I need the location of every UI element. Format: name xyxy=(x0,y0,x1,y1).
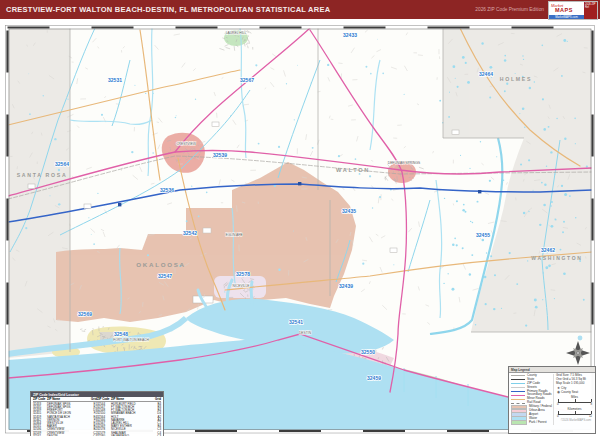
zip-label-32539: 32539 xyxy=(213,152,227,158)
map-poster-page: CRESTVIEW-FORT WALTON BEACH-DESTIN, FL M… xyxy=(0,0,600,436)
holmes-county-region xyxy=(443,28,592,138)
town-label-eglin-afb: EGLIN AFB xyxy=(225,233,243,237)
marketmaps-logo: Market MAPS MarketMAPS.com 2026 ZIP Ref xyxy=(548,1,598,20)
county-label-okaloosa: OKALOOSA xyxy=(136,261,185,268)
town-label-niceville: NICEVILLE xyxy=(233,284,251,288)
minor-line-sample xyxy=(511,399,525,400)
copyright-text: ©2026 MarketMAPS.com xyxy=(556,419,593,422)
zip-label-32547: 32547 xyxy=(158,273,172,279)
zip-index-column-1: ZIP CodeZIP NameGrid32433DEFUNIAK SPGSE1… xyxy=(33,398,97,436)
logo-badge: 2026 ZIP Ref xyxy=(584,2,597,19)
zip-label-32578: 32578 xyxy=(236,271,250,277)
zip-label-32548: 32548 xyxy=(114,331,128,337)
zip-label-32462: 32462 xyxy=(541,247,555,253)
miles-scalebar: Miles08 xyxy=(556,396,593,406)
zip-label-32455: 32455 xyxy=(476,232,490,238)
edition-label: 2026 ZIP Code Premium Edition xyxy=(475,7,544,12)
county-line-sample xyxy=(511,375,525,376)
zip-label-32550: 32550 xyxy=(361,349,375,355)
legend-info-column: Grid Size: 7.5 MilesOne Grid = 56.3 Sq M… xyxy=(553,374,593,425)
duke-field-runway xyxy=(203,228,211,233)
header-bar: CRESTVIEW-FORT WALTON BEACH-DESTIN, FL M… xyxy=(0,0,600,19)
town-label-destin: DESTIN xyxy=(299,331,312,335)
zip-label-32536: 32536 xyxy=(160,187,174,193)
town-label-fort-walton-beach: FORT WALTON BEACH xyxy=(113,338,149,342)
legend-symbol-list: CountyStateZIP CodeStreetsPrimary RoadsS… xyxy=(511,374,553,425)
legend-poi-item: ◉County Seat xyxy=(556,390,593,394)
zip-label-32433: 32433 xyxy=(343,32,357,38)
zip-label-32541: 32541 xyxy=(289,319,303,325)
county-label-santa-rosa: SANTA ROSA xyxy=(17,172,68,178)
zip-label-32564: 32564 xyxy=(55,161,69,167)
logo-url: MarketMAPS.com xyxy=(549,15,584,20)
kilometers-scalebar: Kilometers012 xyxy=(556,408,593,418)
zip-label-32542: 32542 xyxy=(183,230,197,236)
secondary-line-sample xyxy=(511,395,525,396)
color-swatch xyxy=(511,420,527,425)
zip-label-32569: 32569 xyxy=(78,311,92,317)
legend-panel: Map Legend CountyStateZIP CodeStreetsPri… xyxy=(508,366,596,434)
town-label-crestview: CRESTVIEW xyxy=(176,142,196,146)
zip-label-32439: 32439 xyxy=(339,283,353,289)
town-label-laurel-hill: LAUREL HILL xyxy=(226,31,247,35)
county-label-washington: WASHINGTON xyxy=(531,255,582,261)
zip-label-32464: 32464 xyxy=(479,71,493,77)
zip-line-sample xyxy=(511,383,525,384)
pond xyxy=(578,336,583,341)
zip-label-32567: 32567 xyxy=(240,77,254,83)
rail-line-sample xyxy=(511,403,525,404)
zip-label-32531: 32531 xyxy=(108,77,122,83)
zip-label-32459: 32459 xyxy=(367,375,381,381)
street-line-sample xyxy=(511,387,525,388)
county-label-holmes: HOLMES xyxy=(500,76,532,82)
state-line-sample xyxy=(511,379,525,380)
town-label-defuniak-springs: DEFUNIAK SPRINGS xyxy=(388,161,421,165)
zip-index-panel: ZIP Code Index/Grid Locator ZIP CodeZIP … xyxy=(30,391,164,436)
zip-index-column-2: ZIP CodeZIP NameGrid32544HURLBURT FIELDB… xyxy=(97,398,161,436)
primary-line-sample xyxy=(511,391,525,392)
legend-fill-item: Park / Forest xyxy=(511,421,553,425)
page-title: CRESTVIEW-FORT WALTON BEACH-DESTIN, FL M… xyxy=(6,5,330,14)
logo-brand-main: MAPS xyxy=(555,7,573,13)
county-label-walton: WALTON xyxy=(336,167,370,173)
zip-label-32435: 32435 xyxy=(342,208,356,214)
